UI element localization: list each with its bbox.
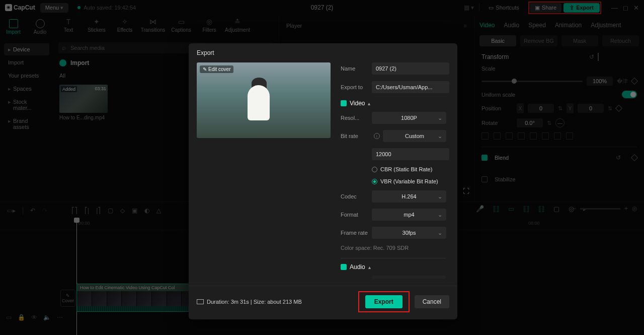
modal-title: Export [189,43,457,62]
film-icon [197,299,204,304]
video-check[interactable] [341,100,347,106]
audio-section-label: Audio [350,263,365,271]
fps-label: Frame rate [341,230,372,236]
export-button-highlight: Export [358,291,410,312]
modal-export-button[interactable]: Export [365,295,403,308]
name-input[interactable] [372,62,449,75]
colorspace-note: Color space: Rec. 709 SDR [341,245,446,251]
info-icon[interactable]: i [374,133,380,139]
resolution-label: Resol... [341,115,372,121]
cbr-radio[interactable] [372,167,377,172]
bitrate-input[interactable] [372,148,449,160]
bitrate-select[interactable]: Custom [383,130,446,142]
format-select[interactable]: mp4 [372,209,446,221]
expand-icon[interactable]: ⛶ [463,187,469,195]
bitrate-label: Bit rate [341,133,372,139]
resolution-select[interactable]: 1080P [372,112,446,124]
audio-check[interactable] [341,264,347,270]
edit-cover-button[interactable]: ✎ Edit cover [200,65,233,73]
export-modal: Export ✎ Edit cover Name Export to🗀 Vide… [189,43,457,319]
video-section-label: Video [350,100,365,107]
export-footer-info: Duration: 3m 31s | Size: about 213 MB [197,299,302,305]
codec-select[interactable]: H.264 [372,190,446,203]
name-label: Name [341,65,372,72]
fps-select[interactable]: 30fps [372,227,446,239]
codec-label: Codec [341,193,372,199]
format-label: Format [341,212,372,218]
cbr-label: CBR (Static Bit Rate) [380,166,432,172]
modal-cancel-button[interactable]: Cancel [415,295,449,308]
exportto-input[interactable] [372,81,449,93]
exportto-label: Export to [341,84,372,90]
cover-preview[interactable]: ✎ Edit cover [197,62,331,138]
vbr-radio[interactable] [372,179,377,184]
vbr-label: VBR (Variable Bit Rate) [380,178,438,184]
